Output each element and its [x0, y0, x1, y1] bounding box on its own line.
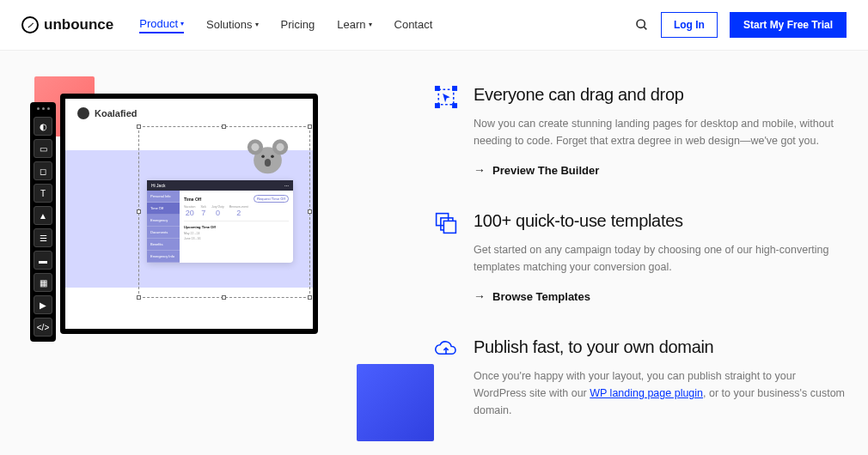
- tool-form-icon[interactable]: ☰: [34, 228, 52, 247]
- builder-canvas[interactable]: Koalafied Hi Jack⋯ Personal Info Time Of…: [60, 94, 318, 334]
- svg-point-0: [637, 20, 645, 27]
- login-button[interactable]: Log In: [661, 12, 718, 38]
- demo-panel: Hi Jack⋯ Personal Info Time Off Emergenc…: [147, 180, 293, 263]
- svg-rect-12: [453, 87, 456, 90]
- arrow-right-icon: →: [474, 289, 486, 303]
- tool-text-icon[interactable]: T: [34, 184, 52, 203]
- nav-learn[interactable]: Learn▾: [337, 17, 371, 33]
- feature-title: 100+ quick-to-use templates: [474, 211, 847, 231]
- panel-user: Hi Jack: [151, 183, 165, 188]
- arrow-right-icon: →: [474, 163, 486, 177]
- request-button[interactable]: Request Time Off: [254, 195, 289, 203]
- drag-drop-icon: [434, 85, 458, 109]
- builder-toolbar: ◐ ▭ ◻ T ▲ ☰ ▬ ▦ ▶ </>: [30, 102, 56, 342]
- chevron-down-icon: ▾: [180, 20, 184, 27]
- tool-code-icon[interactable]: </>: [34, 318, 52, 337]
- upcoming-title: Upcoming Time Off: [184, 225, 289, 229]
- panel-title: Time Off: [184, 197, 201, 202]
- browse-templates-link[interactable]: →Browse Templates: [474, 289, 847, 303]
- decorative-blue-square: [357, 364, 434, 441]
- brand-name: unbounce: [44, 16, 113, 33]
- start-trial-button[interactable]: Start My Free Trial: [730, 12, 847, 38]
- tool-button-icon[interactable]: ▬: [34, 251, 52, 270]
- toolbar-dots-icon: [37, 107, 50, 110]
- wp-plugin-link[interactable]: WP landing page plugin: [590, 387, 703, 399]
- svg-rect-13: [436, 104, 439, 107]
- preview-builder-link[interactable]: →Preview The Builder: [474, 163, 847, 177]
- nav-contact[interactable]: Contact: [394, 17, 433, 33]
- nav-pricing[interactable]: Pricing: [281, 17, 315, 33]
- templates-icon: [434, 211, 458, 235]
- svg-rect-11: [436, 87, 439, 90]
- search-icon[interactable]: [635, 18, 649, 32]
- brand-logo[interactable]: ⟋ unbounce: [21, 16, 113, 33]
- panel-menu-icon: ⋯: [284, 183, 289, 188]
- tool-logo-icon[interactable]: ◐: [34, 117, 52, 136]
- svg-point-8: [271, 155, 274, 158]
- feature-desc: Now you can create stunning landing page…: [474, 115, 847, 149]
- svg-point-5: [251, 143, 259, 151]
- feature-desc: Once you're happy with your layout, you …: [474, 367, 847, 419]
- svg-point-7: [261, 155, 265, 158]
- main-nav: Product▾ Solutions▾ Pricing Learn▾ Conta…: [139, 17, 432, 33]
- chevron-down-icon: ▾: [255, 21, 259, 28]
- date-row: June 13 - 16: [184, 236, 289, 241]
- feature-title: Publish fast, to your own domain: [474, 337, 847, 357]
- tool-video-icon[interactable]: ▶: [34, 295, 52, 314]
- svg-rect-14: [453, 104, 456, 107]
- feature-title: Everyone can drag and drop: [474, 85, 847, 105]
- feature-publish: Publish fast, to your own domain Once yo…: [434, 337, 847, 433]
- feature-drag-drop: Everyone can drag and drop Now you can c…: [434, 85, 847, 177]
- koala-image: [244, 133, 291, 176]
- tool-section-icon[interactable]: ▭: [34, 139, 52, 158]
- koala-logo-icon: [77, 107, 89, 119]
- tool-box-icon[interactable]: ◻: [34, 161, 52, 180]
- panel-sidebar: Personal Info Time Off Emergency Documen…: [147, 191, 180, 263]
- svg-point-6: [277, 143, 284, 151]
- chevron-down-icon: ▾: [369, 21, 372, 28]
- tool-embed-icon[interactable]: ▦: [34, 273, 52, 292]
- side-item[interactable]: Documents: [147, 227, 180, 239]
- logo-mark-icon: ⟋: [21, 16, 39, 33]
- svg-line-1: [644, 27, 646, 29]
- feature-desc: Get started on any campaign today by cho…: [474, 241, 847, 276]
- side-item[interactable]: Time Off: [147, 203, 180, 215]
- feature-templates: 100+ quick-to-use templates Get started …: [434, 211, 847, 303]
- site-header: ⟋ unbounce Product▾ Solutions▾ Pricing L…: [0, 0, 868, 51]
- tool-image-icon[interactable]: ▲: [34, 206, 52, 225]
- features-column: Everyone can drag and drop Now you can c…: [434, 76, 847, 455]
- side-item[interactable]: Emergency Info: [147, 251, 180, 263]
- builder-preview: ◐ ▭ ◻ T ▲ ☰ ▬ ▦ ▶ </> Koalafied: [21, 76, 382, 455]
- nav-solutions[interactable]: Solutions▾: [206, 17, 258, 33]
- canvas-brand: Koalafied: [65, 99, 313, 128]
- side-item[interactable]: Emergency: [147, 215, 180, 227]
- svg-rect-17: [443, 221, 455, 233]
- main-content: ◐ ▭ ◻ T ▲ ☰ ▬ ▦ ▶ </> Koalafied: [4, 51, 864, 455]
- side-item[interactable]: Personal Info: [147, 191, 180, 203]
- svg-point-9: [265, 159, 271, 167]
- cloud-upload-icon: [434, 337, 458, 361]
- side-item[interactable]: Benefits: [147, 239, 180, 251]
- nav-product[interactable]: Product▾: [139, 17, 184, 33]
